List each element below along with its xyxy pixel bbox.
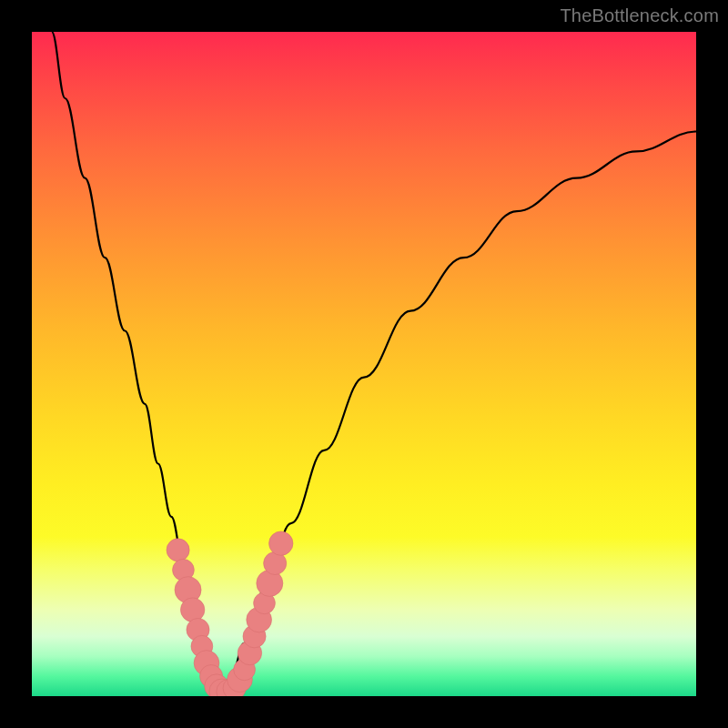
bottleneck-curve [32, 32, 696, 696]
watermark-text: TheBottleneck.com [560, 5, 719, 26]
curve-markers [167, 531, 293, 696]
plot-area [32, 32, 696, 696]
curve-right-branch [221, 132, 696, 693]
chart-frame: TheBottleneck.com [0, 0, 728, 728]
curve-marker [180, 598, 204, 622]
curve-marker [269, 531, 293, 555]
curve-marker [167, 539, 189, 561]
